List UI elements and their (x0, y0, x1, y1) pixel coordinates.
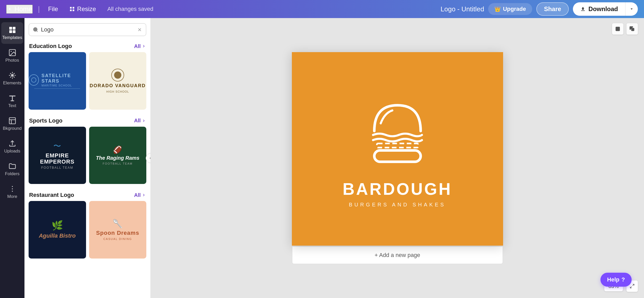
sidebar-item-folders[interactable]: Folders (1, 158, 23, 180)
restaurant-logo-section-header: Restaurant Logo All (24, 189, 150, 201)
sports-logo-section-header: Sports Logo All (24, 115, 150, 127)
svg-rect-1 (73, 7, 74, 9)
more-label: More (7, 194, 17, 199)
resize-label: Resize (77, 5, 96, 13)
chevron-down-icon (630, 7, 634, 11)
sports-logo-grid: 〜 EMPIREEMPERORS FOOTBALL TEAM 🏈 The Rag… (24, 127, 150, 189)
home-button[interactable]: Home (6, 5, 33, 14)
crown-icon: 👑 (494, 6, 501, 12)
download-label: Download (588, 5, 618, 13)
share-button[interactable]: Share (536, 2, 569, 16)
template-card-dorado-vanguard[interactable]: DORADO VANGUARD HIGH SCHOOL (89, 52, 147, 110)
sidebar-item-templates[interactable]: Templates (1, 22, 23, 44)
text-icon (8, 94, 16, 102)
burger-illustration (359, 90, 436, 172)
topbar-right: Logo - Untitled 👑 Upgrade Share Download (440, 2, 638, 16)
sidebar-item-uploads[interactable]: Uploads (1, 136, 23, 157)
text-label: Text (8, 103, 16, 108)
main-layout: Templates Photos Elements Text Bkground … (0, 18, 644, 298)
download-dropdown-button[interactable] (625, 2, 638, 16)
template-card-spoon-dreams[interactable]: 🥄 Spoon Dreams CASUAL DINING (89, 201, 147, 259)
auto-save-status: All changes saved (107, 6, 154, 12)
upgrade-button[interactable]: 👑 Upgrade (488, 3, 532, 15)
clear-search-icon[interactable] (137, 27, 142, 32)
upload-icon (8, 139, 16, 148)
download-icon (580, 6, 586, 12)
add-page-label: + Add a new page (375, 252, 420, 258)
restaurant-logo-title: Restaurant Logo (29, 192, 74, 198)
template-card-aguilla-bistro[interactable]: 🌿 Aguilla Bistro (29, 201, 86, 259)
template-card-raging-rams[interactable]: 🏈 The Raging Rams FOOTBALL TEAM (89, 127, 147, 184)
canvas-area: BARDOUGH BURGERS AND SHAKES + Add a new … (151, 18, 644, 298)
sidebar-item-text[interactable]: Text (1, 90, 23, 112)
svg-rect-6 (13, 27, 15, 30)
share-label: Share (544, 5, 561, 12)
elements-label: Elements (3, 80, 21, 86)
sports-logo-all[interactable]: All (134, 118, 146, 124)
design-canvas[interactable]: BARDOUGH BURGERS AND SHAKES (292, 52, 503, 246)
brand-title: BARDOUGH (343, 180, 452, 199)
chevron-left-icon (7, 6, 12, 12)
chevron-right-icon (142, 193, 146, 197)
sidebar-item-more[interactable]: More (1, 181, 23, 203)
search-icon (33, 27, 38, 33)
download-button-group: Download (573, 2, 638, 16)
sidebar-item-background[interactable]: Bkground (1, 113, 23, 135)
template-card-satellite-stars[interactable]: SATELLITE STARS MARITIME SCHOOL (29, 52, 86, 110)
svg-point-16 (33, 28, 37, 31)
svg-rect-7 (9, 30, 12, 33)
question-mark: ? (622, 276, 625, 283)
help-button[interactable]: Help ? (600, 273, 632, 287)
education-logo-grid: SATELLITE STARS MARITIME SCHOOL DORADO V… (24, 52, 150, 115)
svg-point-14 (12, 188, 13, 189)
upgrade-label: Upgrade (503, 6, 526, 12)
burger-logo-canvas: BARDOUGH BURGERS AND SHAKES (292, 52, 503, 246)
help-label: Help (607, 276, 620, 283)
restaurant-logo-grid: 🌿 Aguilla Bistro 🥄 Spoon Dreams CASUAL D… (24, 201, 150, 264)
download-button[interactable]: Download (573, 2, 625, 16)
templates-panel: Education Logo All SATELLITE STARS MARIT… (24, 18, 151, 298)
search-input[interactable] (41, 26, 134, 33)
svg-rect-8 (13, 30, 15, 33)
bottom-right-controls: 83% Help ? (604, 280, 638, 292)
restaurant-logo-all[interactable]: All (134, 192, 146, 198)
elements-icon (8, 71, 16, 79)
sidebar-item-photos[interactable]: Photos (1, 45, 23, 67)
svg-rect-0 (70, 7, 72, 9)
file-button[interactable]: File (45, 3, 61, 15)
copy-icon (629, 26, 635, 32)
topbar-divider: | (38, 5, 40, 13)
photos-label: Photos (5, 58, 19, 63)
background-label: Bkground (3, 126, 22, 131)
add-page-bar[interactable]: + Add a new page (292, 246, 503, 264)
brand-sub: BURGERS AND SHAKES (349, 202, 446, 208)
svg-rect-20 (374, 150, 421, 162)
templates-label: Templates (2, 35, 22, 40)
resize-button[interactable]: Resize (66, 3, 99, 15)
folder-icon (8, 162, 16, 170)
svg-rect-5 (9, 27, 12, 30)
education-logo-all[interactable]: All (134, 43, 146, 49)
topbar-left: Home | File Resize All changes saved (6, 3, 153, 15)
topbar: Home | File Resize All changes saved Log… (0, 0, 644, 18)
document-title: Logo - Untitled (440, 5, 484, 13)
notes-icon (615, 26, 621, 32)
svg-point-10 (11, 51, 12, 52)
canvas-corner-icons (612, 23, 638, 35)
chevron-right-icon (142, 119, 146, 123)
chevron-left-icon (148, 156, 151, 160)
resize-icon (69, 6, 75, 12)
svg-rect-4 (581, 11, 585, 11)
svg-point-15 (12, 191, 13, 192)
more-icon (8, 185, 16, 193)
education-logo-title: Education Logo (29, 43, 72, 50)
notes-icon-button[interactable] (612, 23, 623, 35)
sidebar-item-elements[interactable]: Elements (1, 68, 23, 89)
search-bar (29, 23, 146, 36)
svg-point-13 (12, 186, 13, 187)
copy-icon-button[interactable] (626, 23, 638, 35)
sidebar: Templates Photos Elements Text Bkground … (0, 18, 24, 298)
file-label: File (48, 5, 58, 12)
template-card-empire-emperors[interactable]: 〜 EMPIREEMPERORS FOOTBALL TEAM (29, 127, 86, 184)
education-logo-section-header: Education Logo All (24, 40, 150, 52)
